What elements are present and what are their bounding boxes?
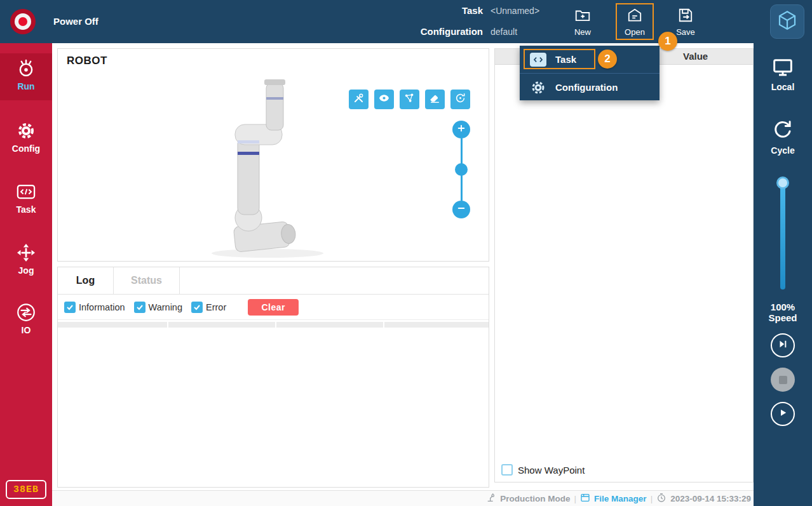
play-button[interactable] xyxy=(771,402,795,426)
sidebar-item-config[interactable]: Config xyxy=(0,116,52,160)
open-button[interactable]: Open xyxy=(616,3,654,40)
stop-icon xyxy=(779,376,787,384)
annotation-step-2-badge: 2 xyxy=(598,50,617,69)
stop-button[interactable] xyxy=(771,368,795,392)
open-menu-task-label: Task xyxy=(555,54,576,65)
power-button[interactable] xyxy=(10,9,36,34)
task-label: Task xyxy=(381,5,483,16)
log-filter-row: Information Warning Error Clear xyxy=(58,295,489,320)
zoom-in-button[interactable] xyxy=(452,121,470,138)
zoom-out-button[interactable] xyxy=(452,201,470,218)
view-tools-button[interactable] xyxy=(349,90,369,109)
robot-panel-title: ROBOT xyxy=(67,55,107,67)
robot-3d-view[interactable]: ROBOT xyxy=(57,48,489,262)
local-label: Local xyxy=(771,82,795,92)
status-bar: Production Mode | File Manager | 2023-09… xyxy=(52,490,754,506)
cycle-mode-button[interactable]: Cycle xyxy=(754,119,812,156)
production-mode-label: Production Mode xyxy=(500,494,570,503)
speed-label: Speed xyxy=(754,312,812,323)
sidebar-item-jog[interactable]: Jog xyxy=(0,237,52,282)
zoom-slider-handle[interactable] xyxy=(455,163,468,176)
power-state-label: Power Off xyxy=(53,0,98,43)
open-menu-item-configuration[interactable]: Configuration xyxy=(520,74,660,101)
check-icon xyxy=(66,303,74,311)
step-button[interactable] xyxy=(771,333,795,357)
separator: | xyxy=(651,494,653,503)
show-waypoint-row: Show WayPoint xyxy=(501,464,585,476)
information-checkbox[interactable] xyxy=(64,302,76,313)
variable-panel: Value Show WayPoint xyxy=(494,48,754,483)
log-column xyxy=(168,322,275,328)
local-mode-button[interactable]: Local xyxy=(754,57,812,92)
speed-slider-handle[interactable] xyxy=(776,176,789,189)
app-logo xyxy=(770,4,804,39)
run-icon xyxy=(17,58,36,79)
right-control-sidebar: Local Cycle 100% Speed xyxy=(754,43,812,506)
tab-log[interactable]: Log xyxy=(58,267,114,294)
view-reset-button[interactable] xyxy=(450,90,470,109)
robot-arm-illustration xyxy=(58,49,489,261)
play-icon xyxy=(777,407,788,421)
cycle-icon xyxy=(772,119,794,143)
sidebar-item-label: Config xyxy=(12,143,40,154)
sidebar-item-task[interactable]: Task xyxy=(0,176,52,221)
eraser-icon xyxy=(429,92,441,107)
configuration-name-value: default xyxy=(491,27,517,37)
view-visibility-button[interactable] xyxy=(374,90,394,109)
step-forward-icon xyxy=(777,338,788,352)
log-column xyxy=(384,322,489,328)
show-waypoint-label: Show WayPoint xyxy=(518,465,585,476)
file-manager-link[interactable]: File Manager xyxy=(594,494,647,503)
power-icon xyxy=(15,13,31,30)
value-column-header: Value xyxy=(683,51,708,62)
tab-status[interactable]: Status xyxy=(114,267,180,294)
sidebar-item-label: IO xyxy=(22,325,31,335)
sidebar-item-label: Task xyxy=(17,204,36,215)
device-id-badge: 38EB xyxy=(6,480,46,499)
eye-icon xyxy=(378,92,390,107)
new-file-icon xyxy=(574,7,591,25)
log-tabs: Log Status xyxy=(58,267,489,295)
open-file-icon xyxy=(626,7,643,25)
check-icon xyxy=(136,303,144,311)
io-arrows-icon xyxy=(17,302,36,323)
speed-percent-value: 100% xyxy=(754,302,812,312)
plus-icon xyxy=(456,123,466,136)
view-joints-button[interactable] xyxy=(400,90,419,109)
view-erase-button[interactable] xyxy=(425,90,445,109)
save-button-label: Save xyxy=(676,27,695,37)
warning-checkbox[interactable] xyxy=(134,302,145,313)
annotation-step-1-badge: 1 xyxy=(658,32,677,51)
clock-icon xyxy=(656,493,667,505)
code-icon xyxy=(17,182,36,202)
sidebar-item-io[interactable]: IO xyxy=(0,297,52,342)
show-waypoint-checkbox[interactable] xyxy=(501,464,513,476)
task-name-value: <Unnamed> xyxy=(491,6,539,16)
sidebar-item-run[interactable]: Run xyxy=(0,53,52,100)
log-column xyxy=(276,322,383,328)
open-menu-configuration-label: Configuration xyxy=(555,82,618,93)
warning-label: Warning xyxy=(149,302,182,312)
log-table-header xyxy=(58,322,489,328)
error-label: Error xyxy=(206,302,226,312)
cube-logo-icon xyxy=(776,9,799,34)
tools-icon xyxy=(353,92,365,107)
gear-icon xyxy=(530,80,546,95)
sidebar-item-label: Run xyxy=(17,81,34,91)
jog-arrows-icon xyxy=(17,243,36,263)
open-menu-item-task[interactable]: Task xyxy=(520,46,660,73)
monitor-icon xyxy=(772,57,794,80)
check-icon xyxy=(193,303,201,311)
rotate-reset-icon xyxy=(454,92,466,107)
open-button-label: Open xyxy=(625,27,645,37)
sidebar-item-label: Jog xyxy=(18,265,34,276)
clear-log-button[interactable]: Clear xyxy=(248,299,299,316)
speed-slider-track[interactable] xyxy=(780,182,785,290)
open-menu-dropdown: Task Configuration xyxy=(520,46,660,100)
new-button[interactable]: New xyxy=(565,3,600,40)
information-label: Information xyxy=(79,302,125,312)
left-nav-sidebar: Run Config Task Jog xyxy=(0,43,52,506)
error-checkbox[interactable] xyxy=(191,302,203,313)
separator: | xyxy=(574,494,577,503)
linked-nodes-icon xyxy=(403,92,416,107)
